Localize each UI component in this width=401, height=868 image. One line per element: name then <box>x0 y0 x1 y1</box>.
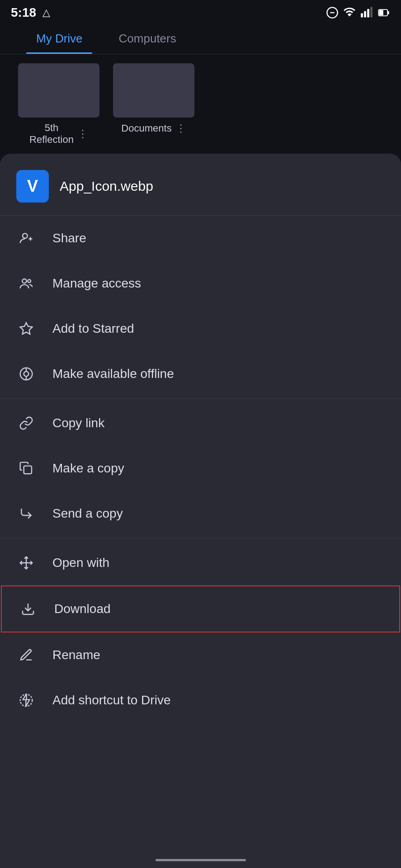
file-name-row: Documents ⋮ <box>113 122 194 135</box>
share-label: Share <box>52 231 86 245</box>
file-thumbnail <box>18 63 99 118</box>
add-starred-label: Add to Starred <box>52 321 134 336</box>
rename-label: Rename <box>52 648 100 662</box>
make-offline-menu-item[interactable]: Make available offline <box>0 351 401 396</box>
add-shortcut-label: Add shortcut to Drive <box>52 693 170 708</box>
signal-icon <box>360 6 373 19</box>
copy-icon <box>16 458 36 478</box>
download-icon <box>18 599 38 619</box>
tabs: My Drive Computers <box>0 24 401 54</box>
home-bar <box>156 859 246 861</box>
drive-background: My Drive Computers 5th Reflection ⋮ Docu… <box>0 24 401 164</box>
send-icon <box>16 504 36 524</box>
svg-point-16 <box>24 372 29 377</box>
file-name: Documents <box>121 123 171 134</box>
svg-rect-7 <box>379 10 383 15</box>
file-name: 5th Reflection <box>29 122 74 146</box>
send-copy-label: Send a copy <box>52 506 123 521</box>
battery-icon <box>377 6 390 19</box>
svg-rect-19 <box>24 466 32 474</box>
download-menu-item[interactable]: Download <box>1 585 400 632</box>
open-with-label: Open with <box>52 556 109 570</box>
star-icon <box>16 319 36 339</box>
bottom-sheet: V App_Icon.webp Share <box>0 154 401 868</box>
make-offline-label: Make available offline <box>52 367 174 381</box>
file-app-icon: V <box>16 170 49 203</box>
open-with-icon <box>16 553 36 573</box>
do-not-disturb-icon <box>326 6 339 19</box>
svg-point-13 <box>28 279 31 283</box>
list-item[interactable]: Documents ⋮ <box>113 63 194 146</box>
svg-marker-14 <box>20 323 33 334</box>
make-copy-label: Make a copy <box>52 461 124 476</box>
drive-status-icon: △ <box>42 7 50 19</box>
copy-link-menu-item[interactable]: Copy link <box>0 401 401 446</box>
svg-rect-2 <box>361 13 363 17</box>
file-name-row: 5th Reflection ⋮ <box>18 122 99 146</box>
svg-point-12 <box>22 279 26 283</box>
make-copy-menu-item[interactable]: Make a copy <box>0 446 401 491</box>
rename-menu-item[interactable]: Rename <box>0 632 401 678</box>
link-icon <box>16 413 36 433</box>
download-label: Download <box>54 602 111 616</box>
svg-rect-8 <box>387 11 389 14</box>
tab-my-drive[interactable]: My Drive <box>18 24 101 54</box>
share-menu-item[interactable]: Share <box>0 216 401 261</box>
divider-2 <box>0 538 401 538</box>
status-bar: 5:18 △ <box>0 0 401 24</box>
sheet-file-name: App_Icon.webp <box>60 179 153 194</box>
home-indicator <box>0 852 401 868</box>
offline-icon <box>16 364 36 384</box>
drive-shortcut-icon <box>16 690 36 710</box>
rename-icon <box>16 645 36 665</box>
person-add-icon <box>16 228 36 248</box>
open-with-menu-item[interactable]: Open with <box>0 540 401 585</box>
manage-access-menu-item[interactable]: Manage access <box>0 261 401 306</box>
status-icons <box>326 6 390 19</box>
send-copy-menu-item[interactable]: Send a copy <box>0 491 401 536</box>
more-options-icon[interactable]: ⋮ <box>77 127 88 140</box>
svg-point-9 <box>23 233 28 238</box>
add-shortcut-menu-item[interactable]: Add shortcut to Drive <box>0 678 401 723</box>
sheet-header: V App_Icon.webp <box>0 154 401 216</box>
manage-access-label: Manage access <box>52 276 141 291</box>
file-grid: 5th Reflection ⋮ Documents ⋮ <box>0 54 401 155</box>
more-options-icon[interactable]: ⋮ <box>175 122 186 135</box>
people-icon <box>16 274 36 293</box>
svg-rect-5 <box>370 7 373 17</box>
svg-rect-3 <box>364 11 366 18</box>
menu-list: Share Manage access Add to Starred <box>0 216 401 852</box>
copy-link-label: Copy link <box>52 416 104 430</box>
svg-rect-4 <box>367 9 369 18</box>
wifi-icon <box>343 6 356 19</box>
status-time: 5:18 <box>11 5 36 20</box>
divider-1 <box>0 398 401 399</box>
list-item[interactable]: 5th Reflection ⋮ <box>18 63 99 146</box>
tab-computers[interactable]: Computers <box>101 24 194 54</box>
add-starred-menu-item[interactable]: Add to Starred <box>0 306 401 351</box>
file-thumbnail <box>113 63 194 118</box>
